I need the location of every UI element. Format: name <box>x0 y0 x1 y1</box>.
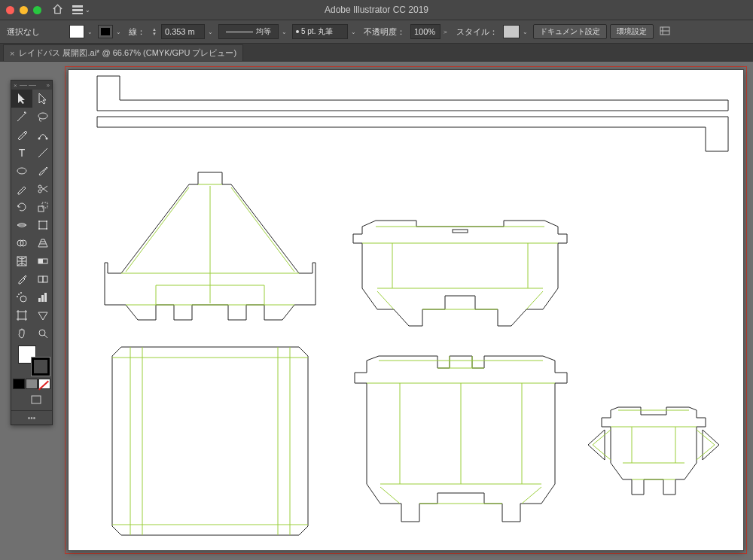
tool-shape-builder[interactable] <box>11 234 32 252</box>
tool-artboard[interactable] <box>11 306 32 324</box>
fill-stroke-swatch[interactable] <box>18 345 45 373</box>
edit-toolbar-button[interactable]: ••• <box>11 410 52 425</box>
close-window-button[interactable] <box>6 6 14 14</box>
svg-rect-11 <box>38 206 44 212</box>
svg-point-4 <box>38 138 41 140</box>
more-icon: ••• <box>28 414 36 422</box>
svg-point-27 <box>20 292 22 294</box>
svg-line-7 <box>38 148 47 157</box>
grip-icon <box>20 85 44 86</box>
graphic-style-swatch[interactable] <box>503 25 520 38</box>
panel-header[interactable]: × » <box>11 81 52 90</box>
tool-scale[interactable] <box>32 198 53 216</box>
svg-point-15 <box>46 221 47 222</box>
tool-shaper[interactable] <box>11 180 32 198</box>
chevron-right-icon[interactable]: » <box>47 82 50 89</box>
tool-eyedropper[interactable] <box>11 270 32 288</box>
svg-point-5 <box>46 138 48 140</box>
document-settings-button[interactable]: ドキュメント設定 <box>533 24 607 39</box>
tool-symbol-spray[interactable] <box>11 288 32 306</box>
chevron-down-icon: ⌄ <box>85 7 90 14</box>
dieline-tstrip-bottom <box>97 117 728 153</box>
dieline-triangle-box <box>105 172 316 323</box>
chevron-down-icon[interactable]: > <box>444 29 451 35</box>
svg-rect-29 <box>38 298 41 302</box>
tool-brush[interactable] <box>32 162 53 180</box>
tool-scissors[interactable] <box>32 180 53 198</box>
stroke-weight-label: 線： <box>127 26 148 38</box>
tool-width[interactable] <box>11 216 32 234</box>
tool-lasso[interactable] <box>32 108 53 126</box>
tool-slice[interactable] <box>32 306 53 324</box>
tool-type[interactable]: T <box>11 144 32 162</box>
stroke-weight-input[interactable]: 0.353 m <box>161 24 205 39</box>
tool-blend[interactable] <box>32 270 53 288</box>
svg-point-33 <box>39 330 45 336</box>
tool-mesh[interactable] <box>11 252 32 270</box>
color-mode-none[interactable] <box>38 379 50 389</box>
svg-rect-23 <box>38 276 43 282</box>
document-tab[interactable]: × レイドパス 展開図.ai* @ 66.67% (CMYK/GPU プレビュー… <box>3 44 243 61</box>
tool-rotate[interactable] <box>11 198 32 216</box>
svg-text:T: T <box>19 147 26 159</box>
chevron-down-icon[interactable]: ⌄ <box>282 29 289 35</box>
chevron-down-icon[interactable]: ⌄ <box>523 29 530 35</box>
tab-label: レイドパス 展開図.ai* @ 66.67% (CMYK/GPU プレビュー) <box>19 47 236 59</box>
svg-rect-12 <box>42 202 47 208</box>
tool-pen[interactable] <box>11 126 32 144</box>
brush-select[interactable]: 5 pt. 丸筆 <box>292 24 348 39</box>
tool-direct-selection[interactable] <box>32 90 53 108</box>
tool-perspective[interactable] <box>32 234 53 252</box>
dieline-sleeve <box>112 347 308 535</box>
zoom-window-button[interactable] <box>33 6 41 14</box>
color-mode-color[interactable] <box>13 379 25 389</box>
stroke-swatch[interactable] <box>98 25 113 38</box>
tool-hand[interactable] <box>11 324 32 342</box>
canvas[interactable] <box>65 66 747 554</box>
align-icon[interactable] <box>660 26 670 38</box>
arrange-documents-button[interactable]: ⌄ <box>72 5 90 14</box>
fill-swatch[interactable] <box>69 25 84 38</box>
artboard <box>68 69 744 551</box>
titlebar: ⌄ Adobe Illustrator CC 2019 <box>0 0 753 20</box>
brush-dot-icon <box>296 30 299 33</box>
svg-rect-30 <box>41 295 44 302</box>
chevron-down-icon[interactable]: ⌄ <box>208 29 215 35</box>
tool-graph[interactable] <box>32 288 53 306</box>
tool-magic-wand[interactable] <box>11 108 32 126</box>
close-icon[interactable]: × <box>14 82 17 89</box>
dieline-tray-box <box>347 221 573 333</box>
tool-curvature[interactable] <box>32 126 53 144</box>
window-controls <box>6 6 41 14</box>
color-mode-gradient[interactable] <box>26 379 38 389</box>
svg-point-16 <box>38 228 40 230</box>
tool-zoom[interactable] <box>32 324 53 342</box>
stroke-color[interactable] <box>32 358 50 376</box>
tool-free-transform[interactable] <box>32 216 53 234</box>
arrange-icon <box>72 5 83 14</box>
tool-ellipse[interactable] <box>11 162 32 180</box>
close-tab-button[interactable]: × <box>10 49 14 58</box>
screen-mode-icon[interactable] <box>31 395 41 407</box>
chevron-down-icon[interactable]: ⌄ <box>351 29 358 35</box>
style-label: スタイル： <box>454 26 500 38</box>
fill-stroke-controls <box>11 342 52 392</box>
screen-mode-row <box>11 392 52 410</box>
opacity-label: 不透明度： <box>361 26 407 38</box>
opacity-input[interactable]: 100% <box>410 24 441 39</box>
stroke-profile-select[interactable]: 均等 <box>218 24 279 39</box>
tool-line[interactable] <box>32 144 53 162</box>
chevron-down-icon[interactable]: ⌄ <box>87 29 95 35</box>
brush-label: 5 pt. 丸筆 <box>301 26 333 37</box>
tool-selection[interactable] <box>11 90 32 108</box>
draw-mode-icon[interactable] <box>16 395 26 407</box>
svg-point-8 <box>17 168 26 174</box>
tool-gradient[interactable] <box>32 252 53 270</box>
home-icon[interactable] <box>52 4 63 17</box>
minimize-window-button[interactable] <box>20 6 28 14</box>
stroke-stepper[interactable]: ▲▼ <box>151 27 158 36</box>
svg-point-26 <box>18 294 20 295</box>
environment-settings-button[interactable]: 環境設定 <box>610 24 654 39</box>
chevron-down-icon[interactable]: ⌄ <box>116 29 123 35</box>
svg-rect-37 <box>453 230 468 233</box>
